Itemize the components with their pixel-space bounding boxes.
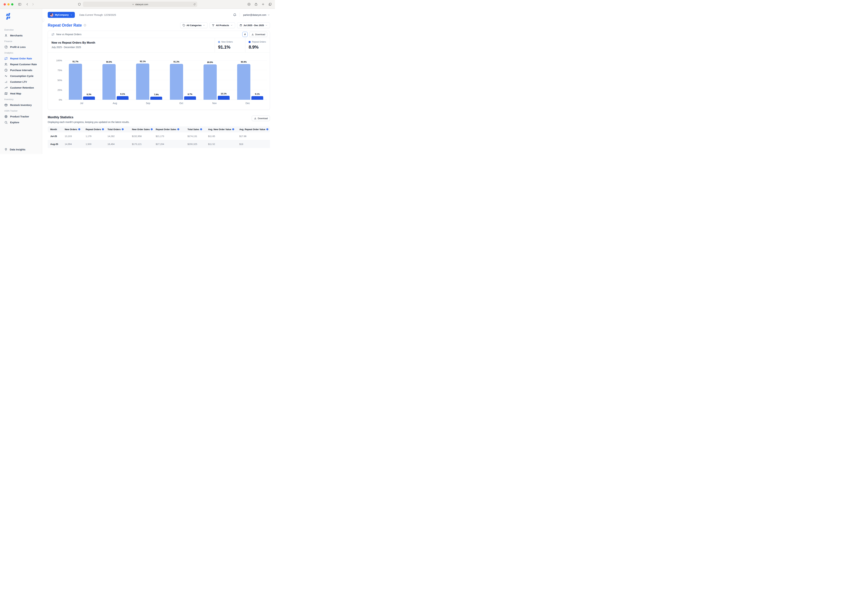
sidebar-section-label-finance: Finance (4, 39, 40, 44)
bar-new-orders-oct[interactable] (170, 64, 183, 100)
column-header-avg-repeat-order-value: Avg. Repeat Order Value (238, 126, 270, 132)
bar-slot: 8.7% (184, 61, 196, 100)
summary-new-orders: New Orders91.1% (214, 38, 245, 52)
bar-chart-plot: 0%25%50%75%100%91.7%8.3%90.9%9.1%92.1%7.… (65, 61, 267, 100)
bar-value-label: 8.3% (87, 93, 91, 96)
bar-repeat-orders-aug[interactable] (117, 96, 129, 100)
shield-icon[interactable] (78, 3, 81, 6)
bar-slot: 91.3% (170, 61, 183, 100)
browser-share-button[interactable] (254, 3, 258, 6)
chevron-down-icon (203, 24, 205, 26)
browser-new-tab-button[interactable] (261, 3, 265, 6)
filter-daterange-button[interactable]: Jul 2025 - Dec 2025 (237, 22, 270, 28)
bar-value-label: 8.7% (188, 93, 192, 95)
lock-icon (132, 3, 134, 5)
downloads-icon (247, 3, 251, 6)
info-icon[interactable] (84, 24, 86, 26)
table-download-button[interactable]: Download (252, 115, 270, 121)
sidebar-item-restock-inventory[interactable]: Restock Inventory (4, 102, 40, 108)
sidebar-item-repeat-customer-rate[interactable]: Repeat Customer Rate (4, 61, 40, 67)
bar-repeat-orders-nov[interactable] (218, 96, 230, 100)
sidebar-item-data-insights[interactable]: Data Insights (4, 148, 25, 151)
sidebar-item-label: Purchase Intervals (10, 69, 32, 72)
bar-repeat-orders-oct[interactable] (184, 96, 196, 100)
y-axis-tick-0%: 0% (59, 98, 62, 101)
x-axis-label-jul: Jul (65, 102, 98, 104)
x-axis-label-sep: Sep (131, 102, 165, 104)
bar-slot: 90.9% (103, 61, 116, 100)
sidebar-item-product-tracker[interactable]: Product Tracker (4, 114, 40, 120)
table-body: Jul-2513,1031,17914,282$152,958$21,173$1… (48, 132, 270, 148)
chart-download-button[interactable]: Download (249, 32, 267, 37)
bar-new-orders-jul[interactable] (69, 64, 82, 100)
cell-month: Jul-25 (48, 132, 63, 140)
column-label: Month (50, 128, 57, 131)
monthly-statistics-header: Monthly Statistics Displaying each month… (48, 115, 270, 123)
sidebar-collapse-button[interactable] (42, 18, 44, 22)
sidebar-nav: OverviewMerchantsFinanceProfit & LossAna… (4, 27, 40, 125)
sidebar-item-repeat-order-rate[interactable]: Repeat Order Rate (4, 56, 40, 61)
trending-up-icon (4, 86, 8, 89)
sidebar-item-explore[interactable]: Explore (4, 120, 40, 125)
target-icon (4, 115, 8, 118)
bar-new-orders-dec[interactable] (237, 64, 250, 100)
sidebar-section-label-asin-tracker: ASIN Tracker (4, 108, 40, 114)
info-icon[interactable] (266, 128, 269, 131)
person-icon (4, 34, 8, 37)
notifications-button[interactable] (233, 13, 236, 17)
repeat-icon (51, 33, 54, 36)
page-title: Repeat Order Rate (48, 23, 82, 28)
info-icon[interactable] (102, 128, 104, 131)
cell-new-order-sales: $173,121 (131, 140, 154, 148)
bar-new-orders-sep[interactable] (136, 64, 149, 100)
info-icon[interactable] (200, 128, 202, 131)
sidebar-item-purchase-intervals[interactable]: Purchase Intervals (4, 67, 40, 73)
browser-back-button[interactable] (26, 3, 29, 6)
number-format-toggle-button[interactable]: # (242, 32, 248, 37)
url-text: dataryot.com (135, 3, 148, 6)
sidebar-item-profit-loss[interactable]: Profit & Loss (4, 44, 40, 50)
info-icon[interactable] (177, 128, 179, 131)
sidebar-item-customer-retention[interactable]: Customer Retention (4, 85, 40, 91)
browser-downloads-button[interactable] (247, 3, 251, 6)
sidebar-item-customer-ltv[interactable]: Customer LTV (4, 79, 40, 85)
cell-total-sales: $174,131 (186, 132, 207, 140)
bar-new-orders-aug[interactable] (103, 64, 116, 100)
bar-slot: 9.1% (117, 61, 129, 100)
sidebar-item-consumption-cycle[interactable]: Consumption Cycle (4, 73, 40, 79)
window-minimize-button[interactable] (8, 3, 9, 6)
refresh-icon[interactable] (193, 3, 196, 6)
chart-summary: New Orders91.1%Repeat Orders8.9% (214, 38, 270, 52)
sidebar-item-heat-map[interactable]: Heat Map (4, 91, 40, 96)
table-row-aug-25: Aug-2514,9941,50016,494$173,121$27,204$2… (48, 140, 270, 148)
account-menu[interactable]: parker@dataryot.com (243, 14, 270, 16)
sidebar-item-label: Data Insights (10, 148, 25, 151)
sidebar-item-label: Customer Retention (10, 86, 34, 89)
bar-repeat-orders-sep[interactable] (150, 96, 162, 100)
browser-forward-button[interactable] (31, 3, 35, 6)
info-icon[interactable] (78, 128, 81, 131)
filter-label: All Categories (187, 24, 202, 26)
info-icon[interactable] (121, 128, 124, 131)
bar-slot: 90.9% (237, 61, 250, 100)
filter-categories-button[interactable]: All Categories (180, 22, 207, 28)
sidebar-item-label: Heat Map (10, 92, 21, 95)
window-zoom-button[interactable] (11, 3, 13, 6)
window-close-button[interactable] (4, 3, 6, 6)
company-selector-button[interactable]: MyCompany (48, 12, 75, 18)
chart-subtitle: July 2025 - December 2025 (51, 46, 214, 48)
chevron-down-icon (230, 24, 233, 26)
browser-sidebar-toggle-button[interactable] (18, 3, 22, 6)
filter-products-button[interactable]: All Products (210, 22, 235, 28)
sidebar-item-merchants[interactable]: Merchants (4, 33, 40, 39)
browser-tabs-overview-button[interactable] (268, 3, 272, 6)
info-icon[interactable] (151, 128, 153, 131)
main-content: MyCompany Data Current Through: 12/29/20… (42, 9, 275, 154)
search-icon (4, 121, 8, 124)
address-bar[interactable]: dataryot.com (83, 2, 197, 7)
bar-repeat-orders-jul[interactable] (83, 96, 95, 100)
bar-new-orders-nov[interactable] (204, 64, 217, 100)
pie-chart-icon (4, 45, 8, 49)
info-icon[interactable] (232, 128, 235, 131)
bar-repeat-orders-dec[interactable] (252, 96, 263, 100)
